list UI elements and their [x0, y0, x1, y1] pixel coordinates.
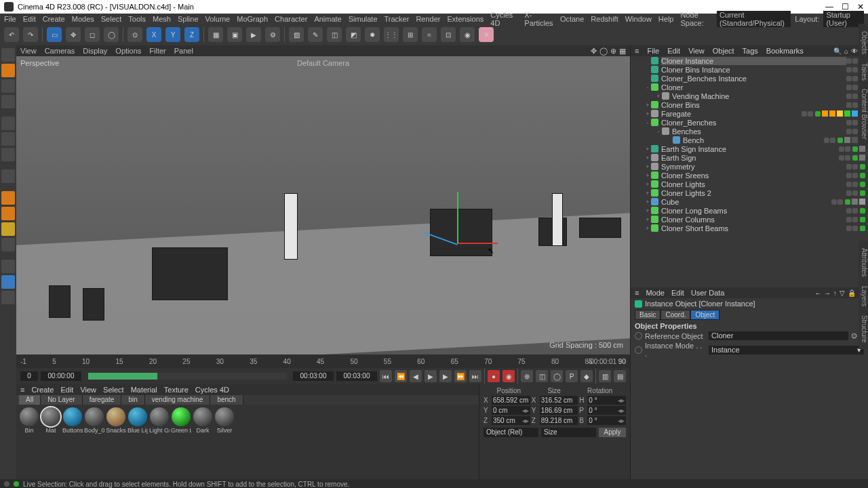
object-row[interactable]: +Faregate: [631, 109, 868, 118]
vtab-layers[interactable]: Layers: [859, 280, 868, 312]
vmenu-options[interactable]: Options: [115, 47, 141, 55]
object-name[interactable]: Cube: [661, 198, 831, 206]
menu-character[interactable]: Character: [275, 15, 307, 23]
lock-icon[interactable]: 🔒: [848, 289, 856, 297]
nodespace-select[interactable]: Current (Standard/Physical): [717, 11, 791, 27]
wp-planar[interactable]: [1, 291, 15, 304]
deform-icon[interactable]: ≈: [422, 27, 437, 42]
mat-select[interactable]: Select: [103, 386, 124, 394]
visibility-dots[interactable]: [839, 146, 850, 152]
object-name[interactable]: Vending Machine: [672, 92, 846, 100]
next-frame-icon[interactable]: ▶: [439, 370, 452, 382]
picker-icon[interactable]: ⊙: [851, 331, 857, 340]
expand-icon[interactable]: -: [644, 84, 651, 91]
expand-icon[interactable]: +: [644, 207, 651, 214]
tag-icon[interactable]: [852, 199, 858, 205]
enable-dot[interactable]: [815, 111, 821, 117]
field-icon[interactable]: ⋮⋮: [384, 27, 399, 42]
vtab-objects[interactable]: Objects: [859, 24, 868, 62]
object-row[interactable]: -Cloner: [631, 83, 868, 92]
vmenu-panel[interactable]: Panel: [174, 47, 193, 55]
menu-extensions[interactable]: Extensions: [447, 15, 484, 23]
menu-tools[interactable]: Tools: [128, 15, 146, 23]
time-start[interactable]: 00:00:00: [41, 371, 81, 381]
enable-dot[interactable]: [860, 164, 865, 169]
material-tab[interactable]: All: [19, 395, 41, 405]
key-pos-icon[interactable]: ⊕: [521, 370, 533, 382]
object-name[interactable]: Bench: [683, 136, 824, 144]
enable-dot[interactable]: [845, 199, 850, 205]
menu-icon[interactable]: ≡: [635, 289, 639, 297]
object-name[interactable]: Cloner Instance: [661, 57, 846, 65]
visibility-dots[interactable]: [846, 217, 858, 222]
axis-mode[interactable]: [1, 169, 15, 183]
coord-rot[interactable]: 0 °◂▸: [587, 396, 626, 405]
visibility-dots[interactable]: [846, 190, 858, 196]
coord-pos[interactable]: 0 cm◂▸: [492, 406, 530, 415]
render-pv[interactable]: ▶: [246, 27, 261, 42]
light-icon[interactable]: ☀: [479, 27, 494, 42]
tag-icon[interactable]: [844, 137, 850, 143]
visibility-dots[interactable]: [802, 111, 813, 117]
object-name[interactable]: Benches: [672, 127, 846, 136]
object-row[interactable]: +Cloner Long Beams: [631, 206, 868, 215]
expand-icon[interactable]: +: [644, 190, 651, 197]
menu-icon[interactable]: ≡: [635, 47, 639, 55]
texture-mode[interactable]: [1, 79, 15, 93]
object-name[interactable]: Cloner Long Beams: [661, 207, 846, 215]
expand-icon[interactable]: +: [655, 93, 662, 100]
material-item[interactable]: Snacks: [106, 407, 126, 437]
redo-icon[interactable]: ↷: [23, 27, 38, 42]
object-row[interactable]: Bench: [631, 136, 868, 144]
menu-cycles4d[interactable]: Cycles 4D: [490, 11, 517, 27]
object-row[interactable]: -Benches: [631, 127, 868, 136]
snap-enable[interactable]: [1, 222, 15, 236]
vmenu-cameras[interactable]: Cameras: [45, 47, 75, 55]
recent-tool[interactable]: ⊙: [127, 27, 142, 42]
autokey-icon[interactable]: ◉: [502, 370, 515, 382]
coord-pos[interactable]: 350 cm◂▸: [492, 416, 530, 425]
menu-help[interactable]: Help: [658, 15, 674, 23]
material-item[interactable]: Mat: [41, 407, 61, 437]
visibility-dots[interactable]: [846, 120, 858, 125]
object-row[interactable]: +Cloner Lights 2: [631, 188, 868, 197]
goto-end-icon[interactable]: ⏭: [469, 370, 481, 382]
wp-lock[interactable]: [1, 275, 15, 289]
mograph-icon[interactable]: ✹: [365, 27, 380, 42]
visibility-dots[interactable]: [824, 138, 835, 143]
object-list[interactable]: Cloner InstanceCloner Bins InstanceClone…: [631, 56, 868, 287]
object-row[interactable]: +Symmetry: [631, 162, 868, 171]
param-field[interactable]: Instance▾: [709, 346, 864, 354]
point-mode[interactable]: [1, 117, 15, 130]
mat-material[interactable]: Material: [131, 386, 157, 394]
visibility-dots[interactable]: [846, 67, 858, 73]
render-view[interactable]: ▣: [227, 27, 242, 42]
undo-icon[interactable]: ↶: [4, 27, 19, 42]
material-item[interactable]: Dark: [193, 407, 213, 437]
viewport[interactable]: Perspective Default Camera Grid Spacing …: [16, 56, 630, 354]
object-row[interactable]: +Earth Sign: [631, 153, 868, 162]
wp-align[interactable]: [1, 260, 15, 273]
record-icon[interactable]: ●: [488, 370, 500, 382]
rotate-tool[interactable]: ◯: [104, 27, 119, 42]
visibility-dots[interactable]: [846, 85, 858, 90]
object-name[interactable]: Earth Sign: [661, 154, 839, 162]
material-item[interactable]: Buttons: [62, 407, 83, 437]
workplane-mode[interactable]: [1, 95, 15, 108]
menu-mograph[interactable]: MoGraph: [237, 15, 268, 23]
enable-dot[interactable]: [860, 190, 865, 196]
material-tab[interactable]: No Layer: [41, 395, 83, 405]
play-icon[interactable]: ▶: [425, 370, 437, 382]
object-row[interactable]: Cloner Instance: [631, 56, 868, 65]
back-icon[interactable]: ←: [814, 289, 821, 297]
coord-rot[interactable]: 0 °◂▸: [587, 406, 626, 415]
coord-sizemode[interactable]: Size: [541, 428, 596, 437]
poly-mode[interactable]: [1, 148, 15, 161]
menu-file[interactable]: File: [4, 15, 16, 23]
coord-size[interactable]: 186.69 cm◂▸: [540, 406, 578, 415]
make-editable[interactable]: [1, 48, 15, 62]
key-pla-icon[interactable]: ◆: [580, 370, 593, 382]
key-param-icon[interactable]: P: [566, 370, 578, 382]
object-name[interactable]: Cloner Bins Instance: [661, 66, 846, 74]
coord-pos[interactable]: 658.592 cm◂▸: [492, 396, 530, 405]
